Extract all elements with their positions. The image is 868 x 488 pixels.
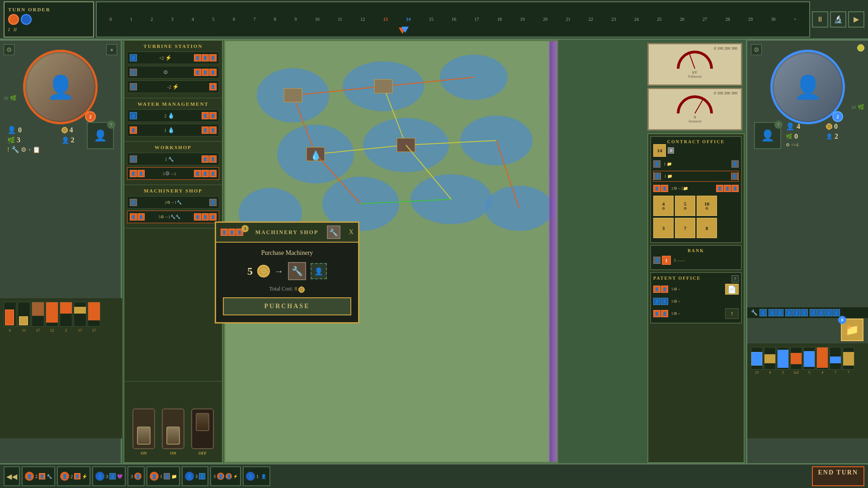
action-item-8[interactable]: 👤 1 👤 (243, 466, 270, 486)
workshop-worker-1: 👤 (130, 155, 137, 163)
stat-wood: 🌿 3 (7, 136, 60, 144)
patent-question-card: ? (725, 308, 739, 319)
turbine-row-3[interactable]: 👤 -2 ⚡ 👤 (127, 80, 219, 93)
machinery-row-1[interactable]: 👤 2⚙→1🔧 👤 (127, 196, 219, 209)
slider-5[interactable] (60, 302, 72, 327)
slider-4[interactable] (46, 302, 58, 327)
contract-card-10[interactable]: 10 ⚙ (697, 196, 717, 216)
power-tube (549, 41, 557, 462)
contract-card-3[interactable]: 3 (653, 218, 674, 238)
popup-gold-icon: ⬡ (257, 265, 270, 277)
right-slider-8[interactable] (843, 347, 854, 370)
action-item-4[interactable]: 3 👤 (127, 466, 145, 486)
sliders-area: 6 11 17 12 (0, 298, 122, 438)
timeline-numbers: 01 23 45 67 89 1011 1213 14 1516 1718 19… (100, 17, 806, 22)
right-folder-badge: 8 (838, 316, 846, 324)
toggle-handle-2 (166, 427, 180, 445)
p2-gold-icon: ⬡ (826, 123, 832, 130)
purchase-button[interactable]: PURCHASE (223, 297, 351, 315)
pause-btn[interactable]: ⏸ (812, 11, 828, 28)
toggle-2[interactable]: ON (162, 408, 184, 455)
roman-II: II (14, 27, 17, 32)
water-management-section: WATER MANAGEMENT 👤 2 💧 👤 👤 👤 1 💧 👤 👤 (124, 99, 222, 142)
toggle-1[interactable]: ON (132, 408, 155, 455)
turbine-row-2[interactable]: 👤 ⚙ 👤 👤 👤 (127, 66, 219, 79)
stat-workers: 👤 0 (7, 126, 60, 134)
action-item-2[interactable]: 👤 2 👤 ⚡ (57, 466, 90, 486)
right-slider-5[interactable] (803, 347, 815, 370)
workshop-row-1[interactable]: 👤 1 🔧 👤 👤 (127, 153, 219, 165)
roman-I: I (8, 27, 10, 32)
worker-gray: 👤 (130, 69, 137, 76)
patent-row-2[interactable]: 👤 👤 5⚙→ (653, 296, 739, 307)
patent-card-1: 📄 (725, 284, 739, 295)
slider-6[interactable] (74, 302, 86, 327)
popup-title-text: MACHINERY SHOP (255, 229, 318, 236)
contract-card-4[interactable]: 4 ⚙ (653, 196, 674, 216)
right-slider-1[interactable] (751, 347, 763, 370)
contract-row-1[interactable]: 👤 1 📁 👤 (653, 159, 739, 169)
popup-close-btn[interactable]: X (349, 229, 354, 236)
slider-fill-5 (60, 302, 72, 314)
contract-14-row: 14 ⚙ (653, 144, 739, 157)
patent-row-3[interactable]: 👤 👤 5⚙→ ? (653, 308, 739, 319)
action-item-6[interactable]: 👤 3 👤 (182, 466, 208, 486)
contract-card-5[interactable]: 5 ⚙ (675, 196, 695, 216)
p2-special: ⚙ <=4 (786, 142, 864, 147)
contract-card-8[interactable]: 8 (697, 218, 717, 238)
toggle-3[interactable]: OFF (191, 408, 214, 455)
bank-row-1[interactable]: 👤 1 3 —— (653, 255, 739, 266)
action-num-2: 2 (71, 474, 73, 479)
slider-2[interactable] (18, 302, 30, 327)
toggle-body-1 (132, 408, 155, 449)
patent-row-1[interactable]: 👤 👤 5⚙→ 📄 (653, 284, 739, 295)
right-slider-4[interactable] (790, 347, 802, 370)
machinery-row-2[interactable]: 👤 👤 5⚙→1🔧🔧 👤 👤 👤 (127, 211, 219, 223)
slider-7[interactable] (88, 302, 100, 327)
contract-row-3[interactable]: 👤 👤 2⚙→2📁 👤 👤 👤 (653, 183, 739, 194)
fast-forward-btn[interactable]: 🔬 (830, 11, 846, 28)
right-sliders-grid: 13 4 5 3o2 (751, 347, 864, 435)
slider-1[interactable] (4, 302, 16, 327)
skip-btn[interactable]: ▶ (848, 11, 864, 28)
slider-fill-6 (74, 307, 86, 314)
right-slider-2[interactable] (764, 347, 776, 370)
right-slider-7[interactable] (830, 347, 841, 370)
water-row-1[interactable]: 👤 2 💧 👤 👤 (127, 109, 219, 122)
contract-row-2[interactable]: 👤 1 📁 👤 (653, 171, 739, 182)
rewind-btn[interactable]: ◀◀ (4, 466, 20, 486)
worker-single: 👤 (130, 83, 137, 90)
patent-help-btn[interactable]: ? (731, 275, 739, 282)
action-icon-3: 👤 (95, 472, 104, 481)
right-slider-3[interactable] (777, 347, 789, 370)
buildings-panel: TURBINE STATION 👤 +2 ⚡ 👤 👤 👤 👤 ⚙ 👤 👤 👤 (123, 40, 223, 463)
turbine-row-1[interactable]: 👤 +2 ⚡ 👤 👤 👤 (127, 52, 219, 64)
action-item-3[interactable]: 👤 3 👤 💜 (92, 466, 126, 486)
action-item-1[interactable]: 👤 2 👤 🔧 (22, 466, 55, 486)
slider-col-4: 12 (46, 302, 58, 435)
water-worker-2: 👤 (130, 127, 137, 134)
volt-sublabel: Voltmeter (688, 75, 702, 79)
meters-area: 0 100 200 300 kV Voltmeter 0 100 200 300… (647, 43, 742, 133)
sliders-grid: 6 11 17 12 (4, 302, 118, 435)
end-turn-button[interactable]: END TURN (812, 466, 864, 486)
action-item-7[interactable]: 3 👤 👤 ⚡ (210, 466, 241, 486)
water-row-2[interactable]: 👤 1 💧 👤 👤 (127, 124, 219, 136)
right-slider-6[interactable] (816, 347, 828, 370)
contract-card-7[interactable]: 7 (675, 218, 695, 238)
svg-rect-17 (284, 89, 302, 102)
popup-total-value: 8 (294, 286, 298, 292)
action-item-5[interactable]: 👤 1 👤 📁 (146, 466, 180, 486)
turbine-station-section: TURBINE STATION 👤 +2 ⚡ 👤 👤 👤 👤 ⚙ 👤 👤 👤 (124, 41, 222, 99)
right-folder-icon[interactable]: 📁 8 (841, 319, 863, 341)
leaf-badge: 10 🌿 (4, 95, 17, 102)
p2-gears: 👤 2 (826, 132, 864, 141)
slider-fill-2 (19, 316, 28, 325)
player2-help[interactable]: ? (774, 121, 783, 129)
player1-stats: 👤 0 ⬡ 4 🌿 3 👤 2 ! 🔧 (0, 122, 121, 157)
slider-fill-7 (88, 302, 100, 320)
popup-worker-area: 👤 👤 👤 3 (221, 229, 247, 236)
workshop-row-2[interactable]: 👤 👤 5⚙→3 👤 👤 👤 (127, 167, 219, 180)
machinery-shop-section: MACHINERY SHOP 👤 2⚙→1🔧 👤 👤 👤 5⚙→1🔧🔧 👤 👤 … (124, 185, 222, 229)
slider-3[interactable] (32, 302, 44, 327)
